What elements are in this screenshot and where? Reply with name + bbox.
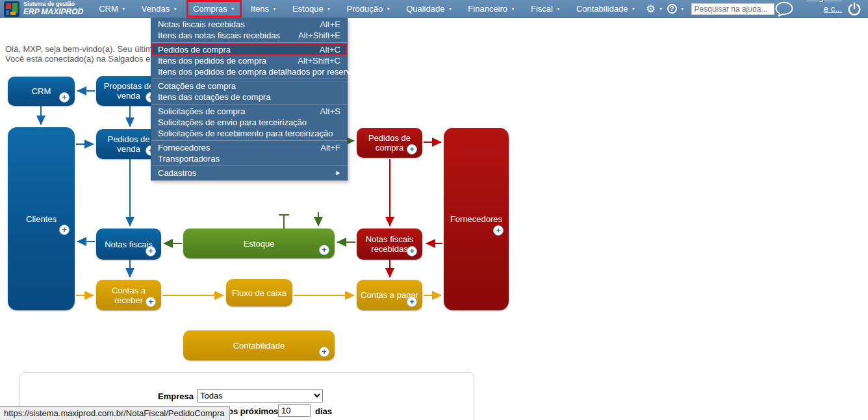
help-caret-icon[interactable]: ▼ <box>680 6 685 11</box>
node-notas-fiscais-recebidas[interactable]: Notas fiscais recebidas+ <box>357 229 422 260</box>
erp-maxiprod-page: Sistema de gestão ERP MAXIPROD CRM▼Venda… <box>0 0 868 420</box>
menu-contabilidade[interactable]: Contabilidade▼ <box>570 0 642 18</box>
company-link[interactable]: Salgados e c... <box>807 0 842 14</box>
node-fluxo-caixa[interactable]: Fluxo de caixa <box>226 279 292 306</box>
menu-separator <box>151 79 347 79</box>
node-contas-pagar[interactable]: Contas a pagar+ <box>357 280 422 310</box>
menu-label: Fiscal <box>531 4 553 14</box>
menu-label: Contabilidade <box>576 4 628 14</box>
plus-icon[interactable]: + <box>407 246 417 256</box>
menu-separator <box>151 140 347 141</box>
caret-down-icon: ▼ <box>386 6 390 11</box>
dropdown-item-label: Itens dos pedidos de compra <box>158 56 266 65</box>
dropdown-item-label: Notas fiscais recebidas <box>158 20 245 29</box>
dropdown-item-label: Solicitações de envio para terceirização <box>158 118 307 127</box>
node-label: Notas fiscais <box>105 240 153 249</box>
shortcut-label: Alt+Shift+E <box>298 31 340 40</box>
dropdown-item-cadastros[interactable]: Cadastros▶ <box>151 167 347 179</box>
caret-down-icon: ▼ <box>121 6 126 11</box>
dropdown-item-notas-fiscais-recebidas[interactable]: Notas fiscais recebidasAlt+E <box>151 19 347 30</box>
plus-icon[interactable]: + <box>493 225 504 236</box>
dropdown-item-label: Itens das notas fiscais recebidas <box>158 31 280 40</box>
caret-down-icon: ▼ <box>631 6 635 11</box>
dropdown-item-pedidos-de-compra[interactable]: Pedidos de compraAlt+C <box>151 44 347 55</box>
dropdown-item-label: Solicitações de compra <box>158 107 245 116</box>
node-estoque[interactable]: Estoque+ <box>183 229 335 258</box>
menu-label: Vendas <box>142 4 170 14</box>
dropdown-item-itens-das-notas-fiscais-recebidas[interactable]: Itens das notas fiscais recebidasAlt+Shi… <box>151 30 347 41</box>
node-label: Estoque <box>244 239 275 249</box>
dropdown-item-label: Itens dos pedidos de compra detalhados p… <box>158 68 355 76</box>
menu-compras[interactable]: Compras▼ <box>186 0 242 18</box>
plus-icon[interactable]: + <box>319 347 329 357</box>
node-notas-fiscais[interactable]: Notas fiscais+ <box>96 229 161 260</box>
menu-itens[interactable]: Itens▼ <box>244 0 283 18</box>
node-pedidos-compra[interactable]: Pedidos de compra+ <box>357 128 422 158</box>
caret-down-icon: ▼ <box>511 6 515 11</box>
submenu-arrow-icon: ▶ <box>336 169 340 177</box>
menu-label: Compras <box>193 4 227 14</box>
dropdown-item-label: Cadastros <box>158 169 196 177</box>
logout-power-icon[interactable] <box>847 2 862 16</box>
dropdown-item-itens-das-cotacoes-de-compra[interactable]: Itens das cotações de compra <box>151 92 347 103</box>
dropdown-item-label: Fornecedores <box>158 143 210 152</box>
settings-caret-icon[interactable]: ▼ <box>659 6 663 11</box>
help-search-input[interactable] <box>691 3 774 15</box>
plus-icon[interactable]: + <box>146 297 156 307</box>
caret-down-icon: ▼ <box>556 6 561 11</box>
help-icon[interactable]: ? <box>667 4 677 14</box>
menu-label: Produção <box>347 4 383 14</box>
dropdown-item-label: Itens das cotações de compra <box>158 93 270 101</box>
shortcut-label: Alt+F <box>320 143 340 152</box>
brand-line2: ERP MAXIPROD <box>23 8 83 16</box>
plus-icon[interactable]: + <box>59 92 70 103</box>
node-clientes[interactable]: Clientes+ <box>8 127 75 310</box>
dropdown-item-solicitacoes-de-envio-para-terceirizacao[interactable]: Solicitações de envio para terceirização <box>151 117 347 128</box>
plus-icon[interactable]: + <box>407 144 417 154</box>
node-label: Clientes <box>26 214 57 224</box>
dropdown-item-fornecedores[interactable]: FornecedoresAlt+F <box>151 142 347 153</box>
node-label: Fluxo de caixa <box>232 288 287 298</box>
settings-gear-icon[interactable]: ⚙ <box>646 4 655 14</box>
shortcut-label: Alt+E <box>320 20 340 29</box>
menu-fiscal[interactable]: Fiscal▼ <box>524 0 567 18</box>
shortcut-label: Alt+S <box>320 107 340 116</box>
menu-separator <box>151 42 347 43</box>
menu-label: Estoque <box>292 4 324 14</box>
dropdown-item-solicitacoes-de-compra[interactable]: Solicitações de compraAlt+S <box>151 106 347 117</box>
plus-icon[interactable]: + <box>319 245 329 255</box>
caret-down-icon: ▼ <box>448 6 452 11</box>
menu-estoque[interactable]: Estoque▼ <box>286 0 338 18</box>
menu-label: Financeiro <box>468 4 507 14</box>
menu-financeiro[interactable]: Financeiro▼ <box>461 0 522 18</box>
menu-label: Itens <box>251 4 269 14</box>
dropdown-item-transportadoras[interactable]: Transportadoras <box>151 153 347 164</box>
node-crm[interactable]: CRM+ <box>8 77 75 106</box>
dropdown-item-cotacoes-de-compra[interactable]: Cotações de compra <box>151 80 347 92</box>
menu-qualidade[interactable]: Qualidade▼ <box>400 0 459 18</box>
menu-vendas[interactable]: Vendas▼ <box>135 0 184 18</box>
chat-bubble-icon[interactable] <box>774 1 794 18</box>
plus-icon[interactable]: + <box>407 297 417 307</box>
main-menu: CRM▼Vendas▼Compras▼Itens▼Estoque▼Produçã… <box>92 0 642 18</box>
dropdown-item-itens-dos-pedidos-de-compra[interactable]: Itens dos pedidos de compraAlt+Shift+C <box>151 55 347 66</box>
node-label: Fornecedores <box>450 214 502 224</box>
caret-down-icon: ▼ <box>327 6 331 11</box>
flowchart-arrows <box>0 0 868 420</box>
user-menu[interactable]: MXP ▼ <box>817 18 842 25</box>
app-logo-icon[interactable] <box>4 1 19 17</box>
menu-label: CRM <box>99 4 118 14</box>
menu-crm[interactable]: CRM▼ <box>92 0 133 18</box>
menu-producao[interactable]: Produção▼ <box>340 0 398 18</box>
menu-label: Qualidade <box>406 4 444 14</box>
node-contas-receber[interactable]: Contas a receber+ <box>96 280 161 310</box>
plus-icon[interactable]: + <box>146 246 156 256</box>
node-contabilidade[interactable]: Contabilidade+ <box>183 330 335 360</box>
user-caret-icon: ▼ <box>837 20 842 25</box>
shortcut-label: Alt+Shift+C <box>298 56 340 65</box>
node-fornecedores[interactable]: Fornecedores+ <box>444 128 509 310</box>
brand-title: Sistema de gestão ERP MAXIPROD <box>23 1 83 16</box>
dropdown-item-itens-dos-pedidos-de-compra-detalhados-por-reserva[interactable]: Itens dos pedidos de compra detalhados p… <box>151 66 347 77</box>
plus-icon[interactable]: + <box>59 225 70 235</box>
dropdown-item-solicitacoes-de-recebimento-para-terceirizacao[interactable]: Solicitações de recebimento para terceir… <box>151 128 347 139</box>
